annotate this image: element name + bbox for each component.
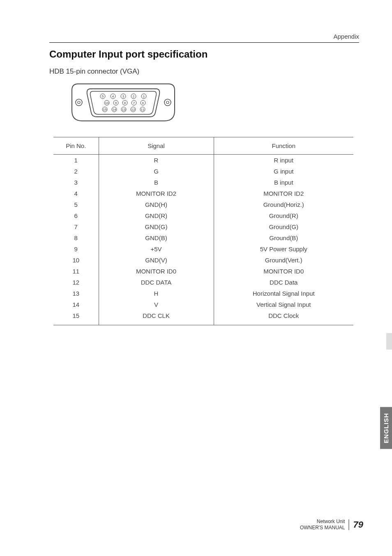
pin-specification-table: Pin No. Signal Function 1RR input2GG inp… <box>53 137 353 325</box>
pin-label-7: 7 <box>133 101 135 105</box>
table-row: 5GND(H)Ground(Horiz.) <box>53 199 353 210</box>
pin-label-8: 8 <box>124 101 126 105</box>
svg-point-0 <box>76 99 82 106</box>
cell-function: B input <box>214 177 353 188</box>
pin-label-15: 15 <box>103 108 107 111</box>
cell-pin: 5 <box>53 199 99 210</box>
cell-signal: MONITOR ID0 <box>99 266 214 277</box>
cell-signal: V <box>99 299 214 310</box>
language-tab: ENGLISH <box>380 407 392 449</box>
table-row: 15DDC CLKDDC Clock <box>53 310 353 325</box>
pin-label-10: 10 <box>105 101 109 105</box>
header-section: Appendix <box>49 33 359 43</box>
cell-signal: G <box>99 166 214 177</box>
table-row: 9+5V5V Power Supply <box>53 243 353 255</box>
cell-signal: B <box>99 177 214 188</box>
col-header-function: Function <box>214 137 353 155</box>
table-row: 13HHorizontal Signal Input <box>53 288 353 299</box>
cell-signal: MONITOR ID2 <box>99 188 214 199</box>
cell-function: R input <box>214 155 353 166</box>
cell-signal: GND(H) <box>99 199 214 210</box>
cell-signal: DDC CLK <box>99 310 214 325</box>
table-row: 8GND(B)Ground(B) <box>53 232 353 243</box>
pin-label-13: 13 <box>122 108 126 111</box>
cell-signal: GND(V) <box>99 255 214 266</box>
tab-stub <box>386 333 392 350</box>
connector-subtitle: HDB 15-pin connector (VGA) <box>49 67 359 76</box>
cell-signal: GND(G) <box>99 221 214 232</box>
cell-pin: 14 <box>53 299 99 310</box>
table-header-row: Pin No. Signal Function <box>53 137 353 155</box>
pin-label-5: 5 <box>102 95 104 98</box>
svg-point-1 <box>78 101 80 104</box>
cell-function: G input <box>214 166 353 177</box>
cell-function: Ground(Vert.) <box>214 255 353 266</box>
cell-pin: 1 <box>53 155 99 166</box>
pin-label-14: 14 <box>113 108 116 111</box>
cell-function: MONITOR ID2 <box>214 188 353 199</box>
page-number: 79 <box>348 519 363 530</box>
page-title: Computer Input port specification <box>49 49 359 60</box>
cell-function: Vertical Signal Input <box>214 299 353 310</box>
cell-pin: 4 <box>53 188 99 199</box>
pin-label-4: 4 <box>112 95 114 98</box>
cell-pin: 13 <box>53 288 99 299</box>
cell-pin: 6 <box>53 210 99 221</box>
table-row: 12DDC DATADDC Data <box>53 277 353 288</box>
pin-label-2: 2 <box>133 95 135 98</box>
cell-pin: 2 <box>53 166 99 177</box>
cell-function: MONITOR ID0 <box>214 266 353 277</box>
cell-pin: 8 <box>53 232 99 243</box>
footer-product: Network Unit <box>300 519 345 525</box>
cell-function: DDC Data <box>214 277 353 288</box>
table-row: 2GG input <box>53 166 353 177</box>
table-row: 1RR input <box>53 155 353 166</box>
cell-signal: GND(B) <box>99 232 214 243</box>
cell-function: Ground(G) <box>214 221 353 232</box>
cell-pin: 3 <box>53 177 99 188</box>
section-label: Appendix <box>333 33 359 40</box>
cell-signal: DDC DATA <box>99 277 214 288</box>
table-row: 6GND(R)Ground(R) <box>53 210 353 221</box>
svg-point-2 <box>164 99 171 106</box>
cell-pin: 11 <box>53 266 99 277</box>
table-row: 7GND(G)Ground(G) <box>53 221 353 232</box>
cell-signal: R <box>99 155 214 166</box>
cell-function: Ground(B) <box>214 232 353 243</box>
cell-pin: 7 <box>53 221 99 232</box>
cell-signal: GND(R) <box>99 210 214 221</box>
pin-label-9: 9 <box>115 101 117 105</box>
cell-function: Ground(Horiz.) <box>214 199 353 210</box>
cell-pin: 9 <box>53 243 99 255</box>
table-row: 4MONITOR ID2MONITOR ID2 <box>53 188 353 199</box>
cell-pin: 15 <box>53 310 99 325</box>
cell-function: 5V Power Supply <box>214 243 353 255</box>
cell-pin: 10 <box>53 255 99 266</box>
pin-label-3: 3 <box>122 95 125 98</box>
table-row: 3BB input <box>53 177 353 188</box>
pin-label-6: 6 <box>142 101 144 105</box>
cell-pin: 12 <box>53 277 99 288</box>
table-row: 11MONITOR ID0MONITOR ID0 <box>53 266 353 277</box>
pin-label-11: 11 <box>141 108 145 111</box>
vga-connector-diagram: 5 4 3 2 1 10 9 8 7 6 15 14 13 12 11 <box>66 80 359 127</box>
cell-signal: H <box>99 288 214 299</box>
footer-doc-title: OWNER'S MANUAL <box>300 525 345 531</box>
col-header-signal: Signal <box>99 137 214 155</box>
col-header-pin: Pin No. <box>53 137 99 155</box>
svg-point-3 <box>166 101 169 104</box>
cell-function: Horizontal Signal Input <box>214 288 353 299</box>
cell-signal: +5V <box>99 243 214 255</box>
cell-function: Ground(R) <box>214 210 353 221</box>
pin-label-1: 1 <box>143 95 145 98</box>
footer: Network Unit OWNER'S MANUAL 79 <box>300 519 363 531</box>
table-row: 14VVertical Signal Input <box>53 299 353 310</box>
cell-function: DDC Clock <box>214 310 353 325</box>
table-row: 10GND(V)Ground(Vert.) <box>53 255 353 266</box>
pin-label-12: 12 <box>131 108 135 111</box>
